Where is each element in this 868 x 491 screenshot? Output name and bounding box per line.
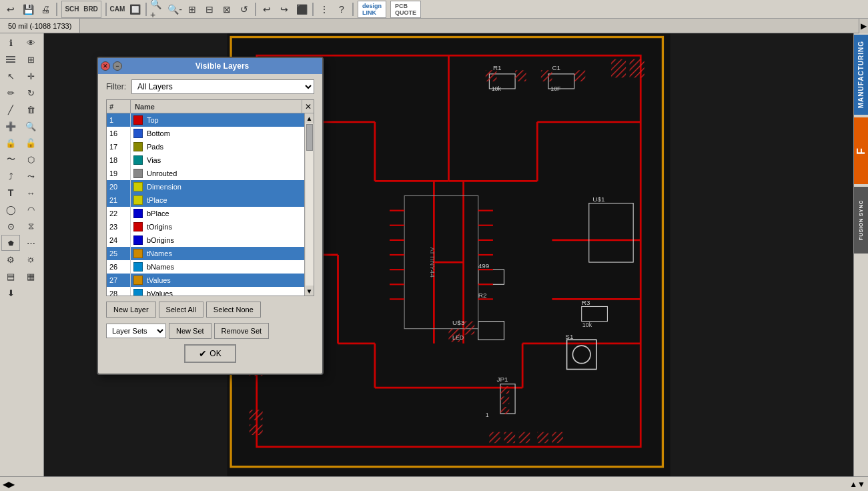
select-none-btn[interactable]: Select None: [206, 302, 261, 318]
dialog-close-btn[interactable]: ✕: [101, 61, 110, 71]
btn-row-2: Layer Sets New Set Remove Set: [106, 323, 314, 339]
layer-color-25: [133, 249, 143, 258]
layer-color-28: [133, 289, 143, 296]
layer-name-20: Dimension: [145, 183, 303, 191]
layer-num-17: 17: [107, 140, 131, 153]
layer-color-21: [133, 195, 143, 205]
layer-name-17: Pads: [145, 143, 303, 151]
layer-num-16: 16: [107, 127, 131, 140]
layer-color-22: [133, 209, 143, 218]
layer-num-27: 27: [107, 274, 131, 287]
layer-num-21: 21: [107, 193, 131, 207]
layer-row-22[interactable]: 22bPlace: [107, 207, 314, 220]
modal-overlay: ✕ − Visible Layers Filter: All Layers Si…: [0, 0, 868, 491]
layer-row-23[interactable]: 23tOrigins: [107, 220, 314, 233]
layer-color-23: [133, 222, 143, 231]
layer-row-18[interactable]: 18Vias: [107, 153, 314, 167]
filter-select[interactable]: All Layers Signal Layers Board Layers Al…: [131, 79, 314, 94]
filter-row: Filter: All Layers Signal Layers Board L…: [106, 79, 314, 94]
layer-name-25: tNames: [145, 250, 303, 258]
col-name-header: Name: [131, 100, 302, 113]
layer-row-21[interactable]: 21tPlace: [107, 193, 314, 207]
layer-num-28: 28: [107, 287, 131, 296]
layer-name-22: bPlace: [145, 209, 303, 217]
layer-rows: 1Top16Bottom17Pads18Vias19Unrouted20Dime…: [107, 113, 314, 296]
layer-name-24: bOrigins: [145, 236, 303, 244]
filter-label: Filter:: [106, 82, 126, 91]
dialog-titlebar: ✕ − Visible Layers: [98, 58, 322, 74]
layer-name-23: tOrigins: [145, 223, 303, 231]
layer-row-27[interactable]: 27tValues: [107, 274, 314, 287]
layer-color-27: [133, 276, 143, 285]
layers-dialog: ✕ − Visible Layers Filter: All Layers Si…: [97, 57, 324, 375]
btn-row-1: New Layer Select All Select None: [106, 302, 314, 318]
dialog-body: Filter: All Layers Signal Layers Board L…: [98, 74, 322, 374]
layer-color-18: [133, 155, 143, 165]
layer-row-25[interactable]: 25tNames: [107, 247, 314, 260]
layer-color-16: [133, 129, 143, 138]
select-all-btn[interactable]: Select All: [159, 302, 203, 318]
layer-name-21: tPlace: [145, 196, 303, 204]
new-layer-btn[interactable]: New Layer: [106, 302, 156, 318]
scroll-down-btn[interactable]: ▼: [305, 286, 314, 296]
layer-num-18: 18: [107, 153, 131, 167]
layer-num-19: 19: [107, 167, 131, 180]
layer-list-header: # Name ✕: [107, 100, 314, 113]
ok-icon: ✔: [199, 348, 207, 359]
dialog-title: Visible Layers: [125, 61, 320, 71]
col-close-btn[interactable]: ✕: [302, 100, 314, 113]
layer-num-24: 24: [107, 233, 131, 247]
layer-row-20[interactable]: 20Dimension: [107, 180, 314, 193]
layer-color-1: [133, 115, 143, 125]
layer-name-27: tValues: [145, 276, 303, 284]
layer-sets-select[interactable]: Layer Sets: [106, 324, 166, 338]
layer-row-28[interactable]: 28bValues: [107, 287, 314, 296]
layer-color-24: [133, 235, 143, 245]
layer-name-28: bValues: [145, 290, 303, 296]
remove-set-btn[interactable]: Remove Set: [214, 323, 270, 339]
layer-num-25: 25: [107, 247, 131, 260]
layer-num-22: 22: [107, 207, 131, 220]
scroll-up-btn[interactable]: ▲: [305, 113, 314, 123]
col-num-header: #: [107, 100, 131, 113]
list-scrollbar: ▲ ▼: [304, 113, 314, 296]
ok-label: OK: [209, 349, 221, 358]
layer-color-26: [133, 262, 143, 272]
layer-row-17[interactable]: 17Pads: [107, 140, 314, 153]
layer-row-19[interactable]: 19Unrouted: [107, 167, 314, 180]
layer-num-23: 23: [107, 220, 131, 233]
layer-color-20: [133, 182, 143, 191]
layer-row-26[interactable]: 26bNames: [107, 260, 314, 274]
ok-row: ✔ OK: [106, 339, 314, 368]
layer-name-16: Bottom: [145, 129, 303, 137]
layer-num-20: 20: [107, 180, 131, 193]
layer-row-1[interactable]: 1Top: [107, 113, 314, 127]
scroll-thumb[interactable]: [306, 124, 313, 151]
dialog-minimize-btn[interactable]: −: [113, 61, 122, 71]
layer-name-1: Top: [145, 116, 303, 124]
layer-num-26: 26: [107, 260, 131, 274]
layer-num-1: 1: [107, 113, 131, 127]
layer-name-19: Unrouted: [145, 169, 303, 177]
layer-list-container: # Name ✕ 1Top16Bottom17Pads18Vias19Unrou…: [106, 99, 314, 296]
layer-row-24[interactable]: 24bOrigins: [107, 233, 314, 247]
scroll-track: [306, 123, 314, 286]
layer-color-19: [133, 169, 143, 178]
layer-color-17: [133, 142, 143, 151]
ok-btn[interactable]: ✔ OK: [184, 344, 236, 363]
layer-row-16[interactable]: 16Bottom: [107, 127, 314, 140]
new-set-btn[interactable]: New Set: [169, 323, 211, 339]
layer-name-26: bNames: [145, 263, 303, 271]
layer-name-18: Vias: [145, 156, 303, 164]
